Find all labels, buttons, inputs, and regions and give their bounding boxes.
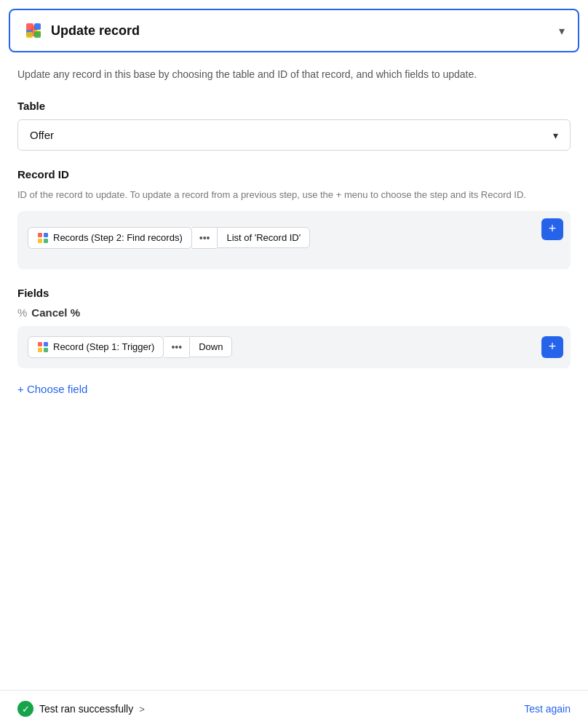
svg-rect-6 <box>26 32 33 38</box>
description-text: Update any record in this base by choosi… <box>17 67 571 82</box>
record-id-token-container: + Records (Step 2: Find records) <box>17 211 571 269</box>
test-again-button[interactable]: Test again <box>524 703 571 715</box>
header-title: Update record <box>51 23 140 39</box>
field-token-value: Down <box>189 336 232 357</box>
success-icon: ✓ <box>17 701 33 717</box>
header-chevron-icon[interactable]: ▾ <box>559 24 565 38</box>
header-bar[interactable]: Update record ▾ <box>9 9 579 52</box>
svg-rect-10 <box>38 239 42 243</box>
table-select-wrapper: Offer ▾ <box>17 119 571 151</box>
svg-rect-5 <box>34 23 41 30</box>
table-select-arrow-icon: ▾ <box>553 130 558 141</box>
footer-bar: ✓ Test ran successfully > Test again <box>0 690 588 727</box>
svg-rect-4 <box>26 23 33 31</box>
svg-rect-14 <box>38 348 42 352</box>
record-id-token-value: List of 'Record ID' <box>217 227 310 248</box>
record-id-section: Record ID ID of the record to update. To… <box>17 168 571 269</box>
record-id-token-label: Records (Step 2: Find records) <box>53 232 183 243</box>
svg-rect-7 <box>34 31 41 38</box>
svg-rect-15 <box>44 348 48 352</box>
field-name-row: % Cancel % <box>17 306 571 319</box>
footer-status-text: Test ran successfully <box>39 703 133 715</box>
field-token-add-button[interactable]: + <box>541 336 563 358</box>
choose-field-link[interactable]: + Choose field <box>17 383 87 395</box>
token-airtable-icon <box>37 232 49 244</box>
record-id-label: Record ID <box>17 168 571 180</box>
record-id-token-separator[interactable]: ••• <box>192 227 218 249</box>
record-id-token-row: Records (Step 2: Find records) ••• List … <box>28 227 560 249</box>
fields-section: Fields % Cancel % Record (Step 1: Trigge… <box>17 287 571 368</box>
page-container: Update record ▾ Update any record in thi… <box>0 0 588 727</box>
field-token-label: Record (Step 1: Trigger) <box>53 341 154 352</box>
footer-chevron-icon[interactable]: > <box>139 704 145 715</box>
main-content: Update any record in this base by choosi… <box>0 52 588 432</box>
fields-label: Fields <box>17 287 571 299</box>
table-selected-value: Offer <box>30 129 54 141</box>
record-id-token-chip[interactable]: Records (Step 2: Find records) <box>28 227 192 249</box>
footer-left: ✓ Test ran successfully > <box>17 701 145 717</box>
header-left: Update record <box>23 20 140 41</box>
svg-rect-12 <box>38 342 42 346</box>
record-id-description: ID of the record to update. To update a … <box>17 188 571 202</box>
table-select[interactable]: Offer ▾ <box>17 119 571 151</box>
record-id-add-button[interactable]: + <box>541 218 563 240</box>
table-section: Table Offer ▾ <box>17 100 571 151</box>
airtable-logo-icon <box>23 20 44 41</box>
field-percent-icon: % <box>17 306 27 319</box>
field-token-separator[interactable]: ••• <box>164 336 189 358</box>
table-section-label: Table <box>17 100 571 112</box>
svg-rect-13 <box>44 342 48 346</box>
field-name-text: Cancel % <box>31 306 80 319</box>
svg-rect-9 <box>44 233 48 237</box>
svg-rect-8 <box>38 233 42 237</box>
field-token-chip[interactable]: Record (Step 1: Trigger) <box>28 336 164 358</box>
svg-rect-11 <box>44 239 48 243</box>
field-token-container: Record (Step 1: Trigger) ••• Down + <box>17 326 571 368</box>
field-token-airtable-icon <box>37 341 49 353</box>
